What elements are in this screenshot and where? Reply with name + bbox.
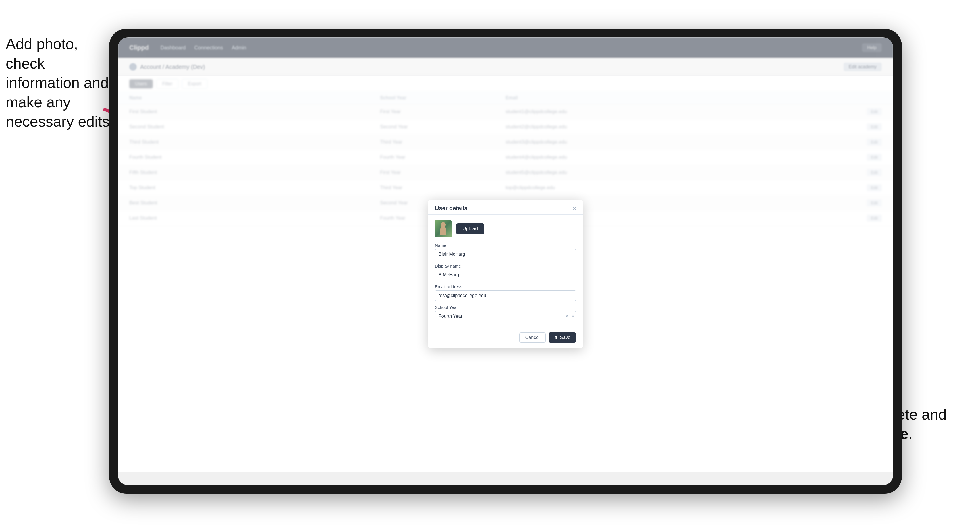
edit-academy-button[interactable]: Edit academy xyxy=(843,63,882,71)
school-year-select-wrapper: × ▾ xyxy=(435,311,576,321)
select-clear-button[interactable]: × xyxy=(566,314,568,319)
name-input[interactable] xyxy=(435,249,576,259)
save-button[interactable]: ⬆ Save xyxy=(549,332,576,343)
modal-overlay: User details × Uplo xyxy=(118,76,893,472)
cancel-button[interactable]: Cancel xyxy=(519,332,546,343)
user-details-modal: User details × Uplo xyxy=(428,200,583,348)
display-name-input[interactable] xyxy=(435,270,576,280)
tablet-device: Clippd Dashboard Connections Admin Help … xyxy=(109,29,902,494)
app-header: Clippd Dashboard Connections Admin Help xyxy=(118,37,893,58)
school-year-field-group: School Year × ▾ xyxy=(435,305,576,321)
person-silhouette xyxy=(440,226,446,235)
help-button[interactable]: Help xyxy=(862,43,882,52)
modal-footer: Cancel ⬆ Save xyxy=(428,332,583,348)
photo-preview xyxy=(435,221,452,237)
modal-title: User details xyxy=(435,205,467,211)
header-right: Help xyxy=(862,43,882,52)
email-input[interactable] xyxy=(435,290,576,301)
profile-photo xyxy=(435,221,452,237)
name-field-group: Name xyxy=(435,243,576,259)
breadcrumb: Account / Academy (Dev) xyxy=(140,64,205,70)
nav-connections: Connections xyxy=(194,45,223,51)
app-logo: Clippd xyxy=(129,44,149,51)
main-content: Users Filter Export Name School Year Ema… xyxy=(118,76,893,472)
nav-dashboard: Dashboard xyxy=(160,45,186,51)
nav-admin: Admin xyxy=(232,45,247,51)
save-icon: ⬆ xyxy=(554,335,558,340)
tablet-screen: Clippd Dashboard Connections Admin Help … xyxy=(118,37,893,485)
table-area: Users Filter Export Name School Year Ema… xyxy=(118,76,893,472)
photo-section: Upload xyxy=(435,221,576,237)
modal-close-button[interactable]: × xyxy=(573,206,576,211)
modal-header: User details × xyxy=(428,200,583,215)
display-name-label: Display name xyxy=(435,264,576,268)
display-name-field-group: Display name xyxy=(435,264,576,280)
app-nav: Dashboard Connections Admin xyxy=(160,45,246,51)
annotation-left: Add photo, check information and make an… xyxy=(6,35,115,132)
name-label: Name xyxy=(435,243,576,248)
user-icon xyxy=(129,63,137,71)
email-field-group: Email address xyxy=(435,284,576,301)
email-label: Email address xyxy=(435,284,576,289)
upload-button[interactable]: Upload xyxy=(456,223,484,234)
modal-body: Upload Name Display name xyxy=(428,215,583,332)
school-year-input[interactable] xyxy=(435,311,576,321)
sub-header: Account / Academy (Dev) Edit academy xyxy=(118,58,893,76)
school-year-label: School Year xyxy=(435,305,576,310)
